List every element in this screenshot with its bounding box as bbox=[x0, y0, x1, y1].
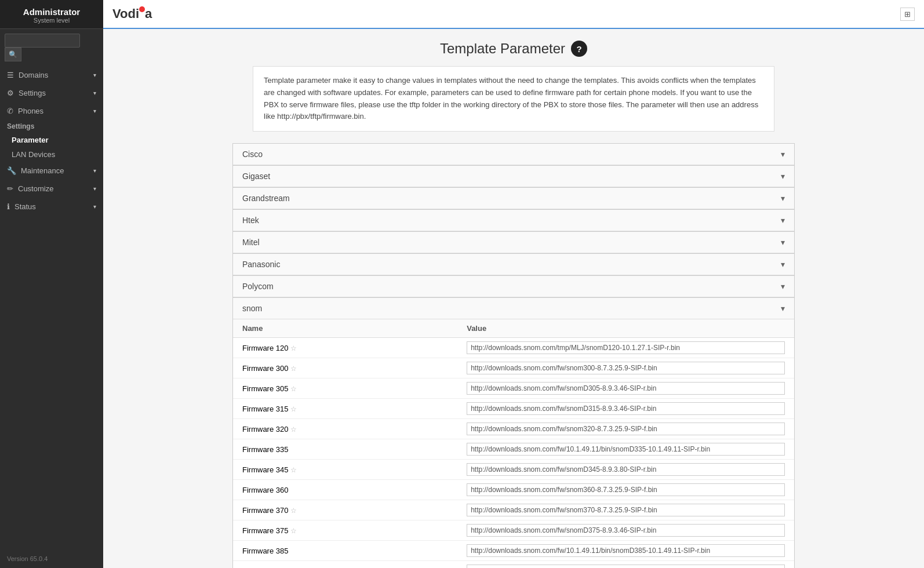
firmware-value-input[interactable] bbox=[467, 382, 785, 395]
firmware-name-cell: Firmware 360 bbox=[233, 480, 457, 500]
firmware-table: Name Value Firmware 120☆Firmware 300☆Fir… bbox=[233, 319, 794, 568]
firmware-value-input[interactable] bbox=[467, 402, 785, 415]
sidebar-item-status-label: Status bbox=[14, 202, 36, 211]
table-row: Firmware 360 bbox=[233, 480, 794, 500]
chevron-down-icon: ▾ bbox=[781, 172, 785, 181]
sidebar-item-parameter[interactable]: Parameter bbox=[0, 133, 103, 147]
star-icon[interactable]: ☆ bbox=[290, 365, 297, 373]
table-row: Firmware 370☆ bbox=[233, 500, 794, 520]
sidebar-version: Version 65.0.4 bbox=[0, 549, 103, 568]
firmware-name-cell: Firmware 710☆ bbox=[233, 561, 457, 568]
accordion-header-polycom[interactable]: Polycom ▾ bbox=[233, 276, 794, 297]
firmware-value-input[interactable] bbox=[467, 524, 785, 537]
star-icon[interactable]: ☆ bbox=[290, 507, 297, 515]
firmware-value-input[interactable] bbox=[467, 483, 785, 496]
firmware-name: Firmware 360 bbox=[242, 486, 288, 494]
firmware-value-input[interactable] bbox=[467, 341, 785, 354]
description-text: Template parameter make it easy to chang… bbox=[264, 76, 758, 121]
accordion-header-gigaset[interactable]: Gigaset ▾ bbox=[233, 166, 794, 187]
accordion-item-gigaset: Gigaset ▾ bbox=[232, 165, 795, 188]
firmware-value-input[interactable] bbox=[467, 463, 785, 476]
star-icon[interactable]: ☆ bbox=[290, 405, 297, 413]
firmware-name-cell: Firmware 305☆ bbox=[233, 378, 457, 399]
star-icon[interactable]: ☆ bbox=[290, 527, 297, 535]
accordion-header-htek[interactable]: Htek ▾ bbox=[233, 210, 794, 231]
sidebar-item-status[interactable]: ℹ Status ▾ bbox=[0, 198, 103, 216]
accordion-label-cisco: Cisco bbox=[242, 150, 263, 159]
firmware-name: Firmware 305 bbox=[242, 384, 288, 393]
table-row: Firmware 385 bbox=[233, 541, 794, 561]
sidebar-item-settings[interactable]: ⚙ Settings ▾ bbox=[0, 84, 103, 102]
accordion-item-grandstream: Grandstream ▾ bbox=[232, 187, 795, 210]
firmware-value-cell bbox=[457, 378, 794, 399]
star-icon[interactable]: ☆ bbox=[290, 425, 297, 434]
table-row: Firmware 335 bbox=[233, 439, 794, 460]
chevron-down-icon: ▾ bbox=[781, 216, 785, 225]
accordion-label-htek: Htek bbox=[242, 216, 259, 225]
firmware-value-input[interactable] bbox=[467, 423, 785, 435]
firmware-name: Firmware 315 bbox=[242, 405, 288, 413]
firmware-value-input[interactable] bbox=[467, 362, 785, 374]
page-title: Template Parameter bbox=[440, 41, 565, 57]
firmware-value-cell bbox=[457, 338, 794, 358]
search-input[interactable] bbox=[5, 34, 80, 48]
content: Template Parameter ? Template parameter … bbox=[103, 29, 924, 568]
domains-caret: ▾ bbox=[93, 72, 96, 78]
accordion-item-cisco: Cisco ▾ bbox=[232, 143, 795, 166]
firmware-value-input[interactable] bbox=[467, 443, 785, 456]
firmware-value-input[interactable] bbox=[467, 504, 785, 516]
firmware-value-cell bbox=[457, 399, 794, 419]
maintenance-caret: ▾ bbox=[93, 168, 96, 174]
sidebar-item-settings-label: Settings bbox=[19, 89, 46, 97]
star-icon[interactable]: ☆ bbox=[290, 344, 297, 352]
status-icon: ℹ bbox=[7, 202, 10, 211]
firmware-name: Firmware 345 bbox=[242, 465, 288, 474]
firmware-name: Firmware 385 bbox=[242, 547, 288, 555]
sidebar-item-customize[interactable]: ✏ Customize ▾ bbox=[0, 180, 103, 198]
customize-caret: ▾ bbox=[93, 185, 96, 192]
star-icon[interactable]: ☆ bbox=[290, 385, 297, 393]
chevron-down-icon: ▾ bbox=[781, 304, 785, 313]
help-icon[interactable]: ? bbox=[571, 41, 587, 57]
phones-sub-section-label: Settings bbox=[0, 120, 103, 133]
star-icon[interactable]: ☆ bbox=[290, 466, 297, 474]
sidebar-item-domains[interactable]: ☰ Domains ▾ bbox=[0, 66, 103, 84]
col-name-header: Name bbox=[233, 319, 457, 338]
table-row: Firmware 315☆ bbox=[233, 399, 794, 419]
accordion-header-panasonic[interactable]: Panasonic ▾ bbox=[233, 254, 794, 275]
col-value-header: Value bbox=[457, 319, 794, 338]
firmware-name-cell: Firmware 345☆ bbox=[233, 460, 457, 480]
accordion-label-grandstream: Grandstream bbox=[242, 194, 290, 203]
accordion-label-gigaset: Gigaset bbox=[242, 172, 270, 181]
topbar-grid-button[interactable]: ⊞ bbox=[900, 8, 915, 21]
accordion-item-htek: Htek ▾ bbox=[232, 209, 795, 232]
firmware-value-input[interactable] bbox=[467, 544, 785, 557]
firmware-name-cell: Firmware 335 bbox=[233, 439, 457, 460]
phones-icon: ✆ bbox=[7, 107, 13, 115]
accordion-header-grandstream[interactable]: Grandstream ▾ bbox=[233, 188, 794, 209]
firmware-value-cell bbox=[457, 439, 794, 460]
sidebar-item-lan-devices[interactable]: LAN Devices bbox=[0, 147, 103, 162]
firmware-name-cell: Firmware 315☆ bbox=[233, 399, 457, 419]
accordion-header-mitel[interactable]: Mitel ▾ bbox=[233, 232, 794, 253]
accordion-header-cisco[interactable]: Cisco ▾ bbox=[233, 144, 794, 165]
sidebar-item-phones[interactable]: ✆ Phones ▾ bbox=[0, 102, 103, 120]
admin-name: Administrator bbox=[6, 7, 97, 17]
topbar: Vodia ⊞ bbox=[103, 0, 924, 29]
table-row: Firmware 710☆ bbox=[233, 561, 794, 568]
accordion-header-snom[interactable]: snom ▾ bbox=[233, 298, 794, 319]
table-row: Firmware 300☆ bbox=[233, 358, 794, 378]
accordion-container: Cisco ▾ Gigaset ▾ Grandstream ▾ bbox=[232, 143, 795, 568]
firmware-name-cell: Firmware 385 bbox=[233, 541, 457, 561]
sidebar-item-maintenance[interactable]: 🔧 Maintenance ▾ bbox=[0, 162, 103, 180]
firmware-name: Firmware 375 bbox=[242, 526, 288, 535]
sidebar-item-domains-label: Domains bbox=[19, 71, 48, 79]
firmware-name-cell: Firmware 370☆ bbox=[233, 500, 457, 520]
sidebar-header: Administrator System level bbox=[0, 0, 103, 29]
search-button[interactable]: 🔍 bbox=[5, 48, 21, 61]
firmware-value-cell bbox=[457, 541, 794, 561]
logo: Vodia bbox=[112, 6, 152, 21]
chevron-down-icon: ▾ bbox=[781, 282, 785, 291]
firmware-value-input[interactable] bbox=[467, 565, 785, 568]
system-level: System level bbox=[6, 17, 97, 24]
